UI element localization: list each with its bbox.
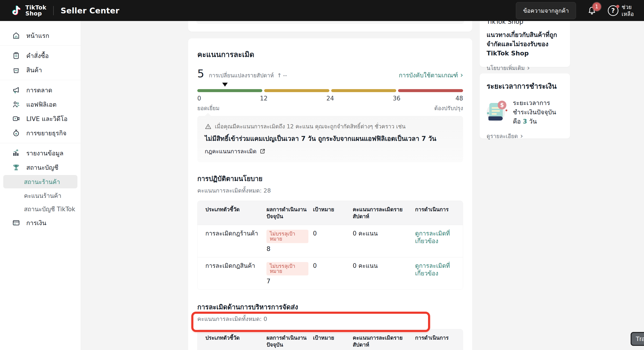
topbar-divider xyxy=(53,6,54,15)
notifications-button[interactable]: 1 xyxy=(586,5,597,16)
trophy-icon xyxy=(12,163,20,171)
top-bar: TikTok Shop Seller Center ข้อความจากลูกค… xyxy=(0,0,644,21)
shipping-table: ประเภทตัวชี้วัด ผลการดำเนินงานปัจจุบัน เ… xyxy=(197,329,463,350)
col-header-indicator: ประเภทตัวชี้วัด xyxy=(198,201,266,218)
view-related-violations-link[interactable]: ดูการละเมิดที่เกี่ยวข้อง xyxy=(415,262,450,277)
target-value: 0 xyxy=(313,257,353,274)
shopping-bag-icon xyxy=(12,66,20,74)
table-header-row: ประเภทตัวชี้วัด ผลการดำเนินงานปัจจุบัน เ… xyxy=(198,329,463,350)
weekly-change-value: -- xyxy=(283,72,287,79)
sidebar-subitem-shop-health[interactable]: สถานะร้านค้า xyxy=(3,175,78,188)
home-icon xyxy=(12,31,20,40)
customer-messages-button[interactable]: ข้อความจากลูกค้า xyxy=(516,2,576,19)
policy-info-card: TikTok Shop แนวทางเกี่ยวกับสินค้าที่ถูกจ… xyxy=(480,13,570,67)
gauge-segment-yellow-1 xyxy=(264,89,329,92)
sidebar-divider xyxy=(0,46,81,46)
status-badge: ไม่บรรลุเป้าหมาย xyxy=(266,262,308,275)
col-header-target: เป้าหมาย xyxy=(313,201,353,218)
enforcement-policy-link[interactable]: การบังคับใช้ตามเกณฑ์ › xyxy=(399,70,463,80)
clipboard-icon xyxy=(12,52,20,60)
logo-wordmark: TikTok Shop xyxy=(25,5,46,17)
col-header-target: เป้าหมาย xyxy=(313,329,353,346)
col-header-performance: ผลการดำเนินงานปัจจุบัน xyxy=(266,201,313,225)
sidebar-nav: หน้าแรก คำสั่งซื้อ สินค้า การตลาด xyxy=(0,21,81,350)
seller-center-app: TikTok Shop Seller Center ข้อความจากลูกค… xyxy=(0,0,644,350)
arrow-up-icon: ↑ xyxy=(277,72,282,79)
sidebar-item-home[interactable]: หน้าแรก xyxy=(0,28,81,43)
tiktok-note-icon xyxy=(10,5,22,17)
chevron-right-icon: › xyxy=(520,132,523,139)
sidebar-subitem-tiktok-account-health[interactable]: สถานะบัญชี TikTok xyxy=(0,202,81,216)
weekly-score-value: 0 คะแนน xyxy=(353,225,415,242)
col-header-indicator: ประเภทตัวชี้วัด xyxy=(198,329,266,346)
settlement-details-link[interactable]: ดูรายละเอียด › xyxy=(486,132,563,141)
megaphone-icon xyxy=(12,86,20,94)
policy-section-title: การปฏิบัติตามนโยบาย xyxy=(197,173,463,184)
help-label: ช่วย เหลือ xyxy=(622,4,634,18)
indicator-name: การละเมิดกฎสินค้า xyxy=(198,257,266,274)
policy-table: ประเภทตัวชี้วัด ผลการดำเนินงานปัจจุบัน เ… xyxy=(197,201,463,290)
settlement-document-icon: $ xyxy=(486,101,508,123)
violation-score-card: คะแนนการละเมิด 5 การเปลี่ยนแปลงรายสัปดาห… xyxy=(188,38,472,350)
translate-button[interactable]: Tra xyxy=(631,332,644,346)
help-icon: ? xyxy=(608,5,618,16)
gauge-ticks: 0 12 24 36 48 xyxy=(197,93,463,103)
chevron-right-icon: › xyxy=(527,64,530,71)
gauge-segment-red xyxy=(398,89,463,92)
tiktok-shop-logo[interactable]: TikTok Shop xyxy=(10,5,46,17)
settlement-period-text: ระยะเวลาการชำระเงินปัจจุบันคือ 3 วัน xyxy=(513,98,563,126)
page-title: คะแนนการละเมิด xyxy=(197,49,463,60)
violation-rule-link[interactable]: กฎคะแนนการละเมิด xyxy=(205,147,456,156)
col-header-performance: ผลการดำเนินงานปัจจุบัน xyxy=(266,329,313,350)
target-value: 0 xyxy=(313,225,353,242)
sidebar-item-products[interactable]: สินค้า xyxy=(0,63,81,77)
settlement-period-card: ระยะเวลาการชำระเงิน $ ระยะเวลาการชำระเงิ… xyxy=(480,73,570,138)
policy-card-body: แนวทางเกี่ยวกับสินค้าที่ถูกจำกัดและไม่รอ… xyxy=(486,30,563,58)
sidebar-item-account-health[interactable]: สถานะบัญชี xyxy=(0,160,81,174)
status-badge: ไม่บรรลุเป้าหมาย xyxy=(266,230,308,243)
sidebar-item-affiliate[interactable]: แอฟฟิลิเอต xyxy=(0,97,81,111)
bar-chart-icon xyxy=(12,149,20,157)
policy-section-subtitle: คะแนนการละเมิดทั้งหมด: 28 xyxy=(197,186,463,195)
sidebar-item-growth[interactable]: ★ การขยายธุรกิจ xyxy=(0,126,81,140)
gauge-label-needs-improvement: ต้องปรับปรุง xyxy=(434,104,463,113)
dollar-coin-icon: $ xyxy=(498,101,506,109)
gauge-label-excellent: ยอดเยี่ยม xyxy=(197,104,220,113)
notice-detail-text: ไม่มีสิทธิ์เข้าร่วมแคมเปญเป็นเวลา 7 วัน … xyxy=(205,134,456,143)
view-related-violations-link[interactable]: ดูการละเมิดที่เกี่ยวข้อง xyxy=(415,230,450,245)
col-header-action: การดำเนินการ xyxy=(415,329,463,346)
col-header-action: การดำเนินการ xyxy=(415,201,463,218)
score-row: 5 การเปลี่ยนแปลงรายสัปดาห์ ↑ -- การบังคั… xyxy=(197,67,463,80)
sidebar-item-orders[interactable]: คำสั่งซื้อ xyxy=(0,49,81,63)
more-policies-link[interactable]: นโยบายเพิ่มเติม › xyxy=(486,64,563,73)
svg-text:★: ★ xyxy=(15,132,18,135)
score-pointer-icon xyxy=(222,83,228,87)
notification-badge: 1 xyxy=(592,3,601,11)
sidebar-divider xyxy=(0,143,81,143)
credit-card-icon xyxy=(12,219,20,227)
warning-triangle-icon xyxy=(205,123,212,130)
settlement-days-value: 3 xyxy=(523,118,527,125)
sidebar-item-data-report[interactable]: รายงานข้อมูล xyxy=(0,146,81,160)
sidebar-divider xyxy=(0,80,81,80)
performance-value: 7 xyxy=(266,277,308,285)
violation-notice-box: เมื่อคุณมีคะแนนการละเมิดถึง 12 คะแนน คุณ… xyxy=(197,116,463,162)
indicator-name: การละเมิดกฎร้านค้า xyxy=(198,225,266,242)
sidebar-item-live-video[interactable]: LIVE และวิดีโอ xyxy=(0,111,81,126)
settlement-card-title: ระยะเวลาการชำระเงิน xyxy=(486,80,563,92)
sidebar-item-marketing[interactable]: การตลาด xyxy=(0,83,81,97)
performance-value: 8 xyxy=(266,245,308,253)
gauge-quality-labels: ยอดเยี่ยม ต้องปรับปรุง xyxy=(197,104,463,113)
chevron-right-icon: › xyxy=(460,72,463,79)
table-header-row: ประเภทตัวชี้วัด ผลการดำเนินงานปัจจุบัน เ… xyxy=(198,201,463,225)
notice-intro-text: เมื่อคุณมีคะแนนการละเมิดถึง 12 คะแนน คุณ… xyxy=(215,122,406,131)
help-button[interactable]: ? ช่วย เหลือ xyxy=(608,4,634,18)
gauge-segment-green xyxy=(197,89,262,92)
weekly-change-label: การเปลี่ยนแปลงรายสัปดาห์ xyxy=(209,71,274,80)
shipping-section-subtitle: คะแนนการละเมิดทั้งหมด: 0 xyxy=(197,314,463,323)
sidebar-item-finance[interactable]: การเงิน xyxy=(0,216,81,230)
sidebar-subitem-shop-score[interactable]: คะแนนร้านค้า xyxy=(0,189,81,202)
gauge-segment-yellow-2 xyxy=(331,89,396,92)
growth-timer-icon: ★ xyxy=(12,129,20,137)
product-name: Seller Center xyxy=(60,6,120,15)
